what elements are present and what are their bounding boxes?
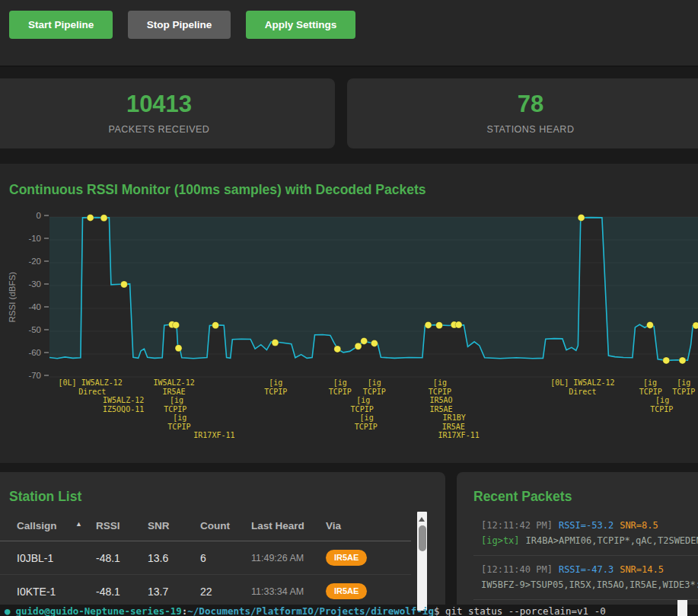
- scrollbar-thumb[interactable]: [419, 525, 426, 551]
- decoded-packet-dot[interactable]: [334, 346, 341, 353]
- station-cell: 11:49:26 AM: [251, 541, 326, 575]
- packet-annotation-label: TCPIP: [672, 388, 695, 397]
- stations-heard-value: 78: [518, 92, 543, 116]
- via-badge: IR5AE: [326, 550, 367, 566]
- packets-received-label: PACKETS RECEIVED: [109, 124, 210, 135]
- station-row[interactable]: I0KTE-1-48.113.72211:33:34 AMIR5AE: [0, 575, 411, 608]
- station-table-header: Callsign▲RSSISNRCountLast HeardVia: [0, 514, 411, 541]
- decoded-packet-dot[interactable]: [175, 345, 182, 352]
- packet-annotation-label: [ig: [368, 378, 381, 388]
- decoded-packet-dot[interactable]: [212, 322, 219, 329]
- station-row[interactable]: I0JBL-1-48.113.6611:49:26 AMIR5AE: [0, 541, 411, 575]
- packet-annotation-label: TCPIP: [351, 405, 374, 414]
- sort-ascending-icon: ▲: [75, 520, 82, 528]
- station-cell: 22: [200, 575, 251, 608]
- station-cell: 11:33:34 AM: [251, 575, 326, 608]
- packet-raw: IW5BFZ-9>TSUP05,IR5X,IR5AO,IR5AE,WIDE3*:: [481, 579, 698, 590]
- recent-packets-card: Recent Packets [12:11:42 PM]RSSI=-53.2SN…: [457, 472, 698, 616]
- column-header-snr[interactable]: SNR: [148, 514, 200, 541]
- bottom-section: Station List Callsign▲RSSISNRCountLast H…: [0, 463, 698, 616]
- y-tick-label: 0: [37, 211, 49, 220]
- packet-annotation-label: [0L] IW5ALZ-12: [550, 378, 614, 388]
- y-tick-label: -10: [28, 234, 49, 243]
- station-list-scrollbar[interactable]: [417, 512, 427, 611]
- packet-list: [12:11:42 PM]RSSI=-53.2SNR=8.5[ig>tx]IR4…: [457, 512, 698, 616]
- packet-annotation-label: IR5AE: [442, 423, 465, 432]
- rssi-monitor-title: Continuous RSSI Monitor (100ms samples) …: [9, 182, 425, 198]
- decoded-packet-dot[interactable]: [120, 281, 127, 288]
- decoded-packet-dot[interactable]: [87, 214, 94, 221]
- via-badge: IR5AE: [326, 583, 367, 599]
- station-cell-via: IR5AE: [326, 541, 411, 575]
- packet-annotation-label: [ig: [173, 413, 186, 423]
- y-tick-label: -60: [28, 348, 49, 357]
- packet-annotation-label: [ig: [170, 396, 183, 405]
- packet-annotation-label: TCPIP: [650, 405, 673, 414]
- station-cell: -48.1: [96, 575, 148, 608]
- decoded-packet-dot[interactable]: [679, 357, 686, 364]
- decoded-packet-dot[interactable]: [355, 343, 362, 349]
- station-list-title: Station List: [9, 489, 81, 505]
- stop-pipeline-button[interactable]: Stop Pipeline: [128, 11, 231, 39]
- packet-entry: [12:11:40 PM]RSSI=-47.3SNR=14.5IW5BFZ-9>…: [457, 556, 698, 599]
- packets-received-value: 10413: [126, 92, 192, 116]
- decoded-packet-dot[interactable]: [663, 357, 670, 364]
- decoded-packet-dot[interactable]: [578, 214, 585, 221]
- packet-annotation-label: [ig: [333, 378, 347, 388]
- y-tick-label: -70: [28, 371, 49, 380]
- rssi-area-fill: [49, 217, 698, 360]
- packet-raw: IR4BA>APMI06,TCPIP*,qAC,T2SWEDEN: [526, 535, 698, 546]
- column-header-count[interactable]: Count: [200, 514, 251, 541]
- terminal-prompt-line: ●guido@guido-Neptune-series-19:~/Documen…: [5, 605, 606, 616]
- rssi-plot-svg: [49, 217, 698, 377]
- station-list-card: Station List Callsign▲RSSISNRCountLast H…: [0, 472, 445, 616]
- packet-annotation-label: TCPIP: [639, 388, 662, 397]
- decoded-packet-dot[interactable]: [455, 321, 462, 328]
- column-header-last-heard[interactable]: Last Heard: [251, 514, 326, 541]
- station-table: Callsign▲RSSISNRCountLast HeardVia I0JBL…: [0, 514, 411, 616]
- decoded-packet-dot[interactable]: [173, 321, 180, 328]
- y-tick-label: -30: [28, 279, 49, 289]
- decoded-packet-dot[interactable]: [371, 340, 378, 346]
- terminal-command: $ git status --porcelain=v1 -0: [434, 605, 606, 616]
- packet-annotation-label: [ig: [433, 378, 447, 388]
- stats-section: 10413 PACKETS RECEIVED 78 STATIONS HEARD: [0, 69, 698, 164]
- packet-text: IW5BFZ-9>TSUP05,IR5X,IR5AO,IR5AE,WIDE3*:: [481, 577, 698, 592]
- terminal-bullet-icon: ●: [5, 605, 11, 616]
- decoded-packet-dot[interactable]: [646, 321, 653, 328]
- decoded-packet-dot[interactable]: [693, 322, 698, 329]
- station-cell: I0KTE-1: [0, 575, 96, 608]
- packet-timestamp: [12:11:42 PM]: [481, 520, 553, 531]
- apply-settings-button[interactable]: Apply Settings: [246, 11, 356, 39]
- y-tick-label: -40: [28, 302, 49, 311]
- packet-rssi: RSSI=-53.2: [559, 520, 614, 531]
- column-header-via[interactable]: Via: [326, 514, 411, 541]
- rssi-plot-area[interactable]: [49, 217, 698, 377]
- packet-annotation-label: IR5AE: [163, 388, 186, 397]
- column-header-rssi[interactable]: RSSI: [96, 514, 148, 541]
- scrollbar-up-arrow-icon[interactable]: [419, 517, 425, 522]
- recent-packets-title: Recent Packets: [473, 489, 572, 505]
- start-pipeline-button[interactable]: Start Pipeline: [9, 11, 113, 39]
- column-header-callsign[interactable]: Callsign▲: [0, 514, 96, 541]
- packet-annotation-label: TCPIP: [164, 405, 186, 414]
- station-cell: 13.7: [148, 575, 200, 608]
- packet-annotation-label: TCPIP: [264, 388, 287, 397]
- packet-annotation-label: IR17XF-11: [193, 431, 234, 440]
- decoded-packet-dot[interactable]: [100, 215, 107, 222]
- packet-annotation-label: [ig: [356, 396, 370, 405]
- decoded-packet-dot[interactable]: [272, 340, 279, 346]
- station-cell: I0JBL-1: [0, 541, 96, 575]
- y-axis-ticks: 0-10-20-30-40-50-60-70: [0, 217, 49, 377]
- decoded-packet-dot[interactable]: [425, 321, 432, 328]
- packet-annotation-label: IR1BY: [443, 413, 466, 423]
- packet-snr: SNR=8.5: [620, 520, 658, 531]
- decoded-packet-dot[interactable]: [436, 322, 443, 329]
- packet-annotation-label: [ig: [643, 378, 657, 388]
- station-cell: 6: [200, 541, 251, 575]
- packet-snr: SNR=14.5: [620, 564, 664, 575]
- recent-packets-scrollbar-fragment[interactable]: [677, 600, 687, 616]
- packet-annotation-label: TCPIP: [429, 388, 451, 397]
- decoded-packet-dot[interactable]: [361, 337, 368, 344]
- stations-heard-label: STATIONS HEARD: [487, 124, 575, 135]
